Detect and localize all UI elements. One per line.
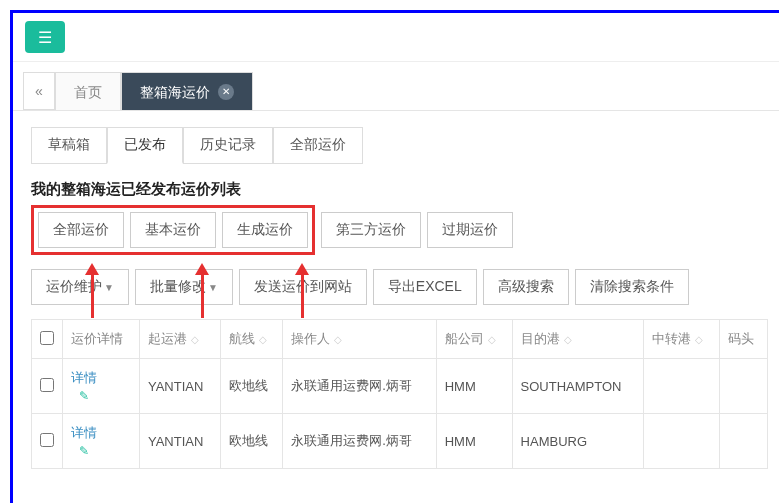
sort-icon: ◇ (488, 334, 496, 345)
export-excel-button[interactable]: 导出EXCEL (373, 269, 477, 305)
col-pol[interactable]: 起运港◇ (139, 320, 220, 359)
detail-link[interactable]: 详情✎ (71, 369, 97, 403)
row-checkbox[interactable] (40, 378, 54, 392)
chevron-left-icon: « (35, 83, 43, 99)
highlight-box: 全部运价 基本运价 生成运价 (31, 205, 315, 255)
table-row: 详情✎ YANTIAN 欧地线 永联通用运费网.炳哥 HMM SOUTHAMPT… (32, 359, 768, 414)
table-row: 详情✎ YANTIAN 欧地线 永联通用运费网.炳哥 HMM HAMBURG (32, 414, 768, 469)
detail-link[interactable]: 详情✎ (71, 424, 97, 458)
cell-pod: HAMBURG (512, 414, 644, 469)
select-all-checkbox[interactable] (40, 331, 54, 345)
sort-icon: ◇ (695, 334, 703, 345)
cell-pod: SOUTHAMPTON (512, 359, 644, 414)
pencil-icon: ✎ (79, 444, 89, 458)
filter-all-button[interactable]: 全部运价 (38, 212, 124, 248)
annotation-arrow (201, 268, 204, 318)
cell-carrier: HMM (436, 414, 512, 469)
col-via[interactable]: 中转港◇ (644, 320, 720, 359)
caret-down-icon: ▼ (208, 282, 218, 293)
col-pod[interactable]: 目的港◇ (512, 320, 644, 359)
filter-expired-button[interactable]: 过期运价 (427, 212, 513, 248)
rates-table: 运价详情 起运港◇ 航线◇ 操作人◇ 船公司◇ 目的港◇ 中转港◇ 码头 详情✎… (31, 319, 768, 469)
tab-active[interactable]: 整箱海运价 ✕ (121, 72, 253, 110)
cell-operator: 永联通用运费网.炳哥 (283, 359, 437, 414)
filter-thirdparty-button[interactable]: 第三方运价 (321, 212, 421, 248)
tab-home[interactable]: 首页 (55, 72, 121, 110)
cell-operator: 永联通用运费网.炳哥 (283, 414, 437, 469)
sort-icon: ◇ (259, 334, 267, 345)
col-operator[interactable]: 操作人◇ (283, 320, 437, 359)
subtab-all-rates[interactable]: 全部运价 (273, 127, 363, 164)
annotation-arrow (301, 268, 304, 318)
adv-search-button[interactable]: 高级搜索 (483, 269, 569, 305)
clear-search-button[interactable]: 清除搜索条件 (575, 269, 689, 305)
filter-generated-button[interactable]: 生成运价 (222, 212, 308, 248)
close-icon[interactable]: ✕ (218, 84, 234, 100)
cell-lane: 欧地线 (220, 359, 282, 414)
filter-basic-button[interactable]: 基本运价 (130, 212, 216, 248)
caret-down-icon: ▼ (104, 282, 114, 293)
annotation-arrow (91, 268, 94, 318)
subtab-draft[interactable]: 草稿箱 (31, 127, 107, 164)
sort-icon: ◇ (191, 334, 199, 345)
col-detail: 运价详情 (63, 320, 140, 359)
col-carrier[interactable]: 船公司◇ (436, 320, 512, 359)
batch-edit-button[interactable]: 批量修改▼ (135, 269, 233, 305)
cell-carrier: HMM (436, 359, 512, 414)
sort-icon: ◇ (334, 334, 342, 345)
subtab-history[interactable]: 历史记录 (183, 127, 273, 164)
cell-pol: YANTIAN (139, 359, 220, 414)
back-button[interactable]: « (23, 72, 55, 110)
sort-icon: ◇ (564, 334, 572, 345)
tab-active-label: 整箱海运价 (140, 73, 210, 111)
cell-pol: YANTIAN (139, 414, 220, 469)
menu-toggle-button[interactable]: ☰ (25, 21, 65, 53)
maintain-button[interactable]: 运价维护▼ (31, 269, 129, 305)
cell-lane: 欧地线 (220, 414, 282, 469)
pencil-icon: ✎ (79, 389, 89, 403)
section-title: 我的整箱海运已经发布运价列表 (31, 180, 768, 199)
col-terminal[interactable]: 码头 (719, 320, 767, 359)
hamburger-icon: ☰ (38, 28, 52, 47)
tab-home-label: 首页 (74, 84, 102, 100)
row-checkbox[interactable] (40, 433, 54, 447)
col-lane[interactable]: 航线◇ (220, 320, 282, 359)
subtab-published[interactable]: 已发布 (107, 127, 183, 164)
